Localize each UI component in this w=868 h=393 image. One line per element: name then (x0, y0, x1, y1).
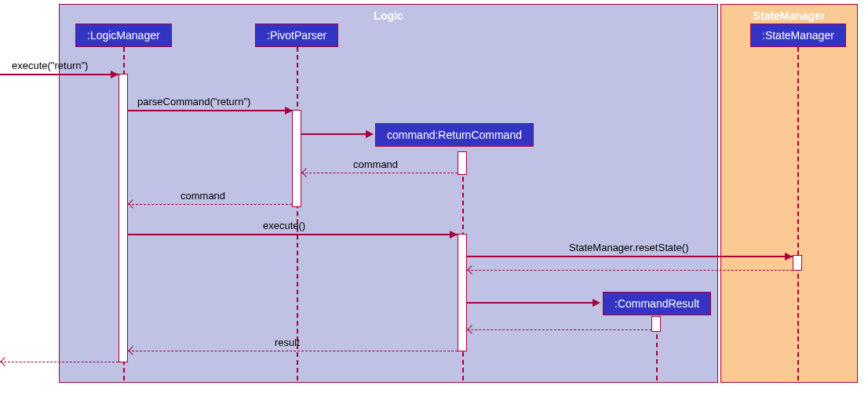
arrow-parsecommand (128, 110, 293, 111)
label-return-result: result (275, 337, 300, 348)
label-return-command-2: command (181, 190, 225, 202)
box-logic-title: Logic (60, 9, 717, 22)
arrow-create-commandresult (467, 302, 599, 304)
arrow-return-result (128, 351, 458, 351)
activation-returncommand-1 (458, 151, 467, 175)
arrowhead-create-returncommand (366, 130, 374, 138)
activation-pivotparser (292, 110, 301, 207)
label-resetstate: StateManager.resetState() (569, 242, 688, 253)
lifeline-pivotparser (297, 47, 298, 380)
arrow-return-resetstate (467, 270, 793, 271)
arrowhead-resetstate (785, 253, 793, 260)
activation-statemanager (793, 255, 802, 271)
arrowhead-parsecommand (285, 107, 293, 115)
lifeline-statemanager (797, 47, 799, 380)
arrow-create-returncommand (301, 133, 372, 135)
label-return-command-1: command (353, 158, 398, 170)
label-execute-cmd: execute() (263, 220, 305, 231)
arrow-return-command-1 (301, 173, 458, 173)
arrow-return-command-2 (128, 204, 292, 205)
label-parsecommand: parseCommand("return") (137, 96, 250, 107)
arrowhead-create-commandresult (593, 299, 600, 307)
arrow-resetstate (467, 256, 793, 257)
box-statemanager: StateManager (720, 4, 858, 383)
arrowhead-return-out (0, 357, 9, 366)
arrow-execute-in (0, 74, 119, 75)
arrow-execute-cmd (128, 234, 458, 235)
arrow-return-commandresult (467, 329, 651, 330)
participant-pivotparser: :PivotParser (255, 24, 338, 47)
activation-logicmanager (119, 74, 128, 362)
activation-returncommand-2 (458, 234, 467, 351)
arrow-return-out (0, 362, 119, 362)
arrowhead-execute-in (111, 71, 119, 78)
participant-statemanager: :StateManager (750, 24, 846, 47)
arrowhead-execute-cmd (450, 231, 458, 238)
box-state-title: StateManager (721, 9, 857, 22)
participant-logicmanager: :LogicManager (75, 24, 172, 47)
activation-commandresult (651, 316, 661, 332)
participant-returncommand: command:ReturnCommand (375, 123, 534, 147)
label-execute-in: execute("return") (12, 60, 88, 71)
participant-commandresult: :CommandResult (603, 292, 711, 315)
box-logic: Logic (59, 4, 718, 383)
